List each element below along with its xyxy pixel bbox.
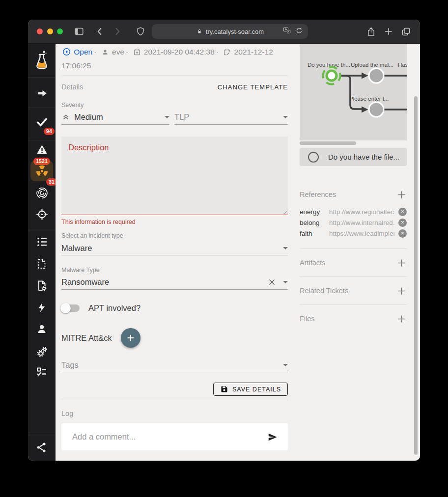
zoom-window-button[interactable]: [57, 28, 63, 34]
related-tickets-title: Related Tickets: [300, 287, 348, 295]
reference-row: faith https://www.leadimpleme... ✕: [300, 228, 407, 239]
graph-start-node[interactable]: [321, 65, 342, 86]
graph-task-node[interactable]: [369, 102, 384, 117]
send-icon[interactable]: [267, 432, 278, 442]
task-radio-icon[interactable]: [308, 151, 319, 163]
playbook-graph[interactable]: Do you have th... Upload the mal... Has …: [300, 44, 407, 140]
separator-dot: ·: [215, 48, 220, 56]
tab-overview-icon[interactable]: [400, 26, 412, 37]
add-related-ticket-button[interactable]: [396, 285, 407, 296]
apt-row: APT involved?: [61, 301, 288, 315]
remove-reference-icon[interactable]: ✕: [398, 229, 407, 238]
sidebar-item-dashboard[interactable]: [32, 83, 52, 103]
toggle-knob[interactable]: [60, 303, 71, 313]
severity-label: Severity: [61, 102, 84, 109]
apt-label: APT involved?: [88, 304, 140, 313]
address-bar[interactable]: try.catalyst-soar.com: [152, 24, 308, 39]
minimize-window-button[interactable]: [47, 28, 53, 34]
owner-person-icon: [101, 47, 109, 59]
calendar-modified-icon: [223, 47, 231, 59]
sidebar-item-share[interactable]: [32, 438, 52, 457]
forward-icon[interactable]: [112, 26, 123, 37]
graph-horizontal-scrollbar[interactable]: [300, 141, 356, 145]
crosshair-icon: [36, 208, 48, 221]
reference-url[interactable]: https://www.leadimpleme...: [329, 230, 394, 237]
sidebar-item-forensics[interactable]: [32, 183, 52, 202]
catalyst-flask-logo-icon[interactable]: [32, 51, 52, 70]
sidebar-item-incidents[interactable]: 31: [30, 161, 53, 181]
clear-icon[interactable]: [268, 278, 276, 286]
references-title: References: [300, 191, 336, 198]
reference-url[interactable]: http://www.internalred...: [329, 219, 394, 226]
save-details-label: SAVE DETAILS: [232, 386, 281, 393]
desktop-background: try.catalyst-soar.com: [0, 0, 448, 497]
sidebar-item-tasks[interactable]: 94: [32, 112, 52, 132]
new-tab-icon[interactable]: [383, 26, 394, 37]
reference-name: energy: [300, 208, 325, 216]
sidebar-item-playbooks[interactable]: [32, 276, 52, 296]
lock-icon: [196, 28, 203, 35]
calendar-created-icon: [133, 47, 141, 59]
severity-medium-icon: [61, 112, 70, 121]
apt-toggle[interactable]: [61, 304, 80, 312]
close-window-button[interactable]: [37, 28, 43, 34]
divider: [300, 248, 407, 249]
plus-icon: [126, 333, 136, 343]
lightning-bolt-icon: [36, 302, 48, 313]
tlp-select[interactable]: TLP: [174, 110, 288, 125]
divider: [61, 75, 288, 76]
severity-select[interactable]: Medium: [61, 110, 169, 125]
sidebar-item-lists[interactable]: [32, 232, 52, 251]
sidebar-item-hunting[interactable]: [32, 204, 52, 224]
app-sidebar: 94 1521 31: [28, 44, 56, 461]
back-icon[interactable]: [94, 26, 106, 37]
save-details-button[interactable]: SAVE DETAILS: [213, 383, 288, 396]
file-dashed-icon: [36, 258, 48, 270]
sidebar-item-automations[interactable]: [32, 298, 52, 317]
chevron-down-icon: [283, 247, 288, 249]
tags-select[interactable]: Tags: [61, 358, 288, 372]
description-textarea[interactable]: [61, 137, 288, 215]
sidebar-item-settings[interactable]: [32, 342, 52, 361]
remove-reference-icon[interactable]: ✕: [398, 219, 407, 227]
chevron-down-icon: [283, 281, 288, 283]
reference-name: belong: [300, 219, 325, 226]
browser-toolbar: try.catalyst-soar.com: [28, 20, 420, 44]
sidebar-toggle-icon[interactable]: [73, 26, 85, 37]
sidebar-item-alerts[interactable]: 1521: [32, 139, 52, 159]
add-reference-button[interactable]: [396, 189, 407, 200]
translate-icon[interactable]: [283, 27, 291, 37]
add-artifact-button[interactable]: [396, 257, 407, 268]
sidebar-divider: [28, 433, 56, 433]
ticket-status[interactable]: Open: [74, 48, 92, 56]
remove-reference-icon[interactable]: ✕: [398, 208, 407, 216]
check-icon: [36, 116, 48, 128]
sidebar-item-templates[interactable]: [32, 254, 52, 274]
privacy-shield-icon[interactable]: [135, 26, 146, 37]
sidebar-item-jobs[interactable]: [32, 362, 52, 382]
malware-type-select[interactable]: Ransomware: [61, 275, 288, 290]
reference-url[interactable]: http://www.regionaltec...: [329, 208, 394, 216]
comment-input[interactable]: [71, 432, 261, 442]
plus-icon: [397, 258, 406, 268]
change-template-button[interactable]: CHANGE TEMPLATE: [218, 83, 288, 91]
add-mitre-button[interactable]: [121, 328, 140, 348]
browser-window: try.catalyst-soar.com: [28, 20, 420, 461]
graph-task-node[interactable]: [369, 68, 384, 83]
vertical-scrollbar[interactable]: [414, 96, 418, 455]
divider: [61, 400, 288, 400]
person-icon: [36, 323, 48, 335]
sidebar-item-users[interactable]: [32, 319, 52, 339]
incident-type-select[interactable]: Malware: [61, 241, 288, 255]
add-file-button[interactable]: [396, 313, 407, 324]
tlp-placeholder: TLP: [174, 112, 189, 122]
share-page-icon[interactable]: [365, 26, 377, 37]
reference-row: energy http://www.regionaltec... ✕: [300, 206, 407, 217]
list-icon: [36, 236, 48, 248]
reload-icon[interactable]: [295, 27, 303, 36]
mitre-row: MITRE Att&ck: [61, 328, 288, 348]
ticket-meta: Open· eve· 2021-09-20 04:42:38· 2021-12-…: [61, 46, 288, 72]
chevron-down-icon: [165, 116, 169, 118]
warning-triangle-icon: [36, 143, 48, 156]
playbook-task-row[interactable]: Do you have the file...: [300, 148, 407, 166]
